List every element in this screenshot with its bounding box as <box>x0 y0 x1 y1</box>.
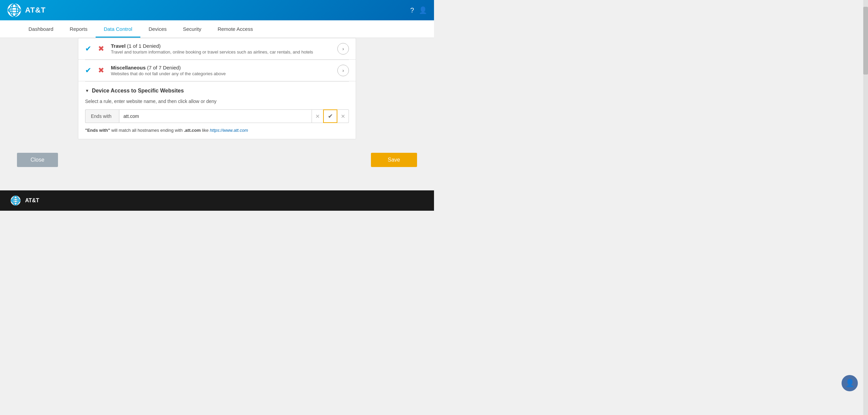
clear-input-button[interactable]: ✕ <box>312 109 323 123</box>
header-actions: ? 👤 <box>410 6 427 14</box>
note-example: https://www.att.com <box>210 128 248 133</box>
item-description: Travel and tourism information, online b… <box>111 49 333 55</box>
device-access-section: ▼ Device Access to Specific Websites Sel… <box>78 82 356 139</box>
section-header: ▼ Device Access to Specific Websites <box>85 88 349 94</box>
save-button[interactable]: Save <box>371 153 417 167</box>
footer-logo-icon <box>10 195 21 206</box>
nav-devices[interactable]: Devices <box>140 21 175 38</box>
website-input[interactable] <box>119 109 312 123</box>
allow-icon[interactable]: ✔ <box>85 44 93 53</box>
note-middle: will match all hostnames ending with <box>111 128 184 133</box>
deny-icon[interactable]: ✖ <box>98 44 106 53</box>
user-icon[interactable]: 👤 <box>419 6 427 14</box>
help-icon[interactable]: ? <box>410 6 414 14</box>
expand-button[interactable]: › <box>337 65 349 76</box>
deny-icon[interactable]: ✖ <box>98 66 106 75</box>
content-panel: ✔ ✖ Travel (1 of 1 Denied) Travel and to… <box>78 38 356 139</box>
action-bar: Close Save <box>7 146 427 174</box>
main-nav: Dashboard Reports Data Control Devices S… <box>0 20 434 38</box>
rule-input-row: Ends with ✕ ✔ ✕ <box>85 109 349 123</box>
list-item: ✔ ✖ Miscellaneous (7 of 7 Denied) Websit… <box>78 60 356 81</box>
section-title: Device Access to Specific Websites <box>92 88 184 94</box>
expand-button[interactable]: › <box>337 43 349 55</box>
allow-confirm-button[interactable]: ✔ <box>323 109 337 123</box>
note-suffix: like <box>202 128 210 133</box>
section-subtitle: Select a rule, enter website name, and t… <box>85 99 349 104</box>
brand-logo: AT&T <box>7 3 46 18</box>
deny-confirm-button[interactable]: ✕ <box>337 109 349 123</box>
item-title: Travel (1 of 1 Denied) <box>111 43 333 49</box>
item-title-count: (1 of 1 Denied) <box>127 43 161 49</box>
brand-name: AT&T <box>25 6 46 15</box>
rule-label: Ends with <box>85 109 119 123</box>
item-title: Miscellaneous (7 of 7 Denied) <box>111 65 333 70</box>
nav-reports[interactable]: Reports <box>61 21 96 38</box>
nav-data-control[interactable]: Data Control <box>96 21 140 38</box>
main-content: ✔ ✖ Travel (1 of 1 Denied) Travel and to… <box>0 38 434 190</box>
item-title-count: (7 of 7 Denied) <box>147 65 181 70</box>
note-domain: .att.com <box>184 128 201 133</box>
att-logo-icon <box>7 3 22 18</box>
footer-brand: AT&T <box>25 198 39 204</box>
item-content: Travel (1 of 1 Denied) Travel and touris… <box>111 43 333 55</box>
item-content: Miscellaneous (7 of 7 Denied) Websites t… <box>111 65 333 76</box>
app-header: AT&T ? 👤 <box>0 0 434 20</box>
close-button[interactable]: Close <box>17 153 58 167</box>
nav-remote-access[interactable]: Remote Access <box>210 21 261 38</box>
nav-dashboard[interactable]: Dashboard <box>20 21 61 38</box>
item-title-name: Miscellaneous <box>111 65 146 70</box>
rule-note: "Ends with" will match all hostnames end… <box>85 128 349 133</box>
app-footer: AT&T <box>0 190 434 211</box>
note-prefix: "Ends with" <box>85 128 110 133</box>
item-description: Websites that do not fall under any of t… <box>111 71 333 76</box>
list-item: ✔ ✖ Travel (1 of 1 Denied) Travel and to… <box>78 38 356 60</box>
collapse-icon[interactable]: ▼ <box>85 88 89 93</box>
item-title-name: Travel <box>111 43 125 49</box>
nav-security[interactable]: Security <box>175 21 210 38</box>
allow-icon[interactable]: ✔ <box>85 66 93 75</box>
